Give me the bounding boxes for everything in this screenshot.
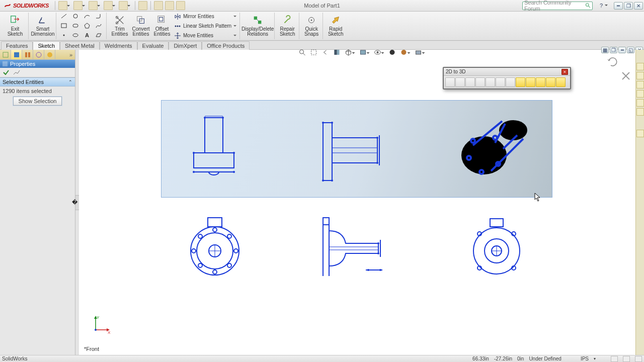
doc-min-button[interactable]: ━ — [618, 47, 626, 53]
tab-weldments[interactable]: Weldments — [100, 41, 137, 50]
repair-sketch-button[interactable]: Repair Sketch — [278, 13, 297, 39]
section-view-button[interactable] — [332, 48, 341, 57]
2d3d-align-button[interactable] — [536, 77, 545, 87]
taskpane-view-palette[interactable] — [636, 90, 644, 98]
status-btn-2[interactable] — [623, 356, 630, 362]
tab-office-products[interactable]: Office Products — [202, 41, 250, 50]
status-btn-1[interactable] — [611, 356, 618, 362]
prev-view-button[interactable] — [320, 48, 330, 57]
graphics-area[interactable]: ▦ ❐ ━ ◱ ✕ 2D to 3D × — [79, 50, 644, 355]
2d3d-left-button[interactable] — [475, 77, 485, 87]
show-selection-button[interactable]: Show Selection — [13, 97, 62, 106]
text-tool[interactable]: A — [83, 31, 92, 39]
polygon-tool[interactable] — [83, 22, 92, 30]
quick-snaps-button[interactable]: Quick Snaps — [302, 13, 320, 39]
toolbar-2d3d-header[interactable]: 2D to 3D × — [444, 68, 570, 76]
taskpane-design-library[interactable] — [636, 72, 644, 79]
pushpin-icon[interactable] — [13, 69, 21, 75]
fm-tab-property[interactable] — [11, 50, 22, 59]
taskpane-file-explorer[interactable] — [636, 81, 644, 88]
slot-tool[interactable] — [71, 22, 80, 30]
exit-sketch-button[interactable]: Exit Sketch — [4, 13, 26, 39]
doc-tile-button[interactable]: ▦ — [601, 47, 609, 53]
fm-tab-tree[interactable] — [0, 50, 11, 59]
circle-tool[interactable] — [71, 12, 80, 20]
display-delete-relations-button[interactable]: Display/Delete Relations — [243, 13, 272, 39]
help-menu[interactable]: ? — [597, 2, 606, 10]
fillet-tool[interactable] — [94, 12, 103, 20]
view-settings-button[interactable] — [414, 48, 423, 57]
qa-select[interactable] — [138, 1, 147, 10]
convert-entities-button[interactable]: Convert Entities — [130, 13, 152, 39]
taskpane-resources[interactable] — [636, 63, 644, 70]
taskpane-extra[interactable] — [636, 130, 644, 137]
fm-tab-config[interactable] — [22, 50, 33, 59]
trim-entities-button[interactable]: Trim Entities — [110, 13, 130, 39]
2d3d-repair-button[interactable] — [526, 77, 535, 87]
qa-print[interactable] — [104, 1, 113, 10]
rapid-sketch-button[interactable]: Rapid Sketch — [326, 13, 345, 39]
toolbar-2d-to-3d[interactable]: 2D to 3D × — [443, 67, 571, 89]
ellipse-tool[interactable] — [71, 31, 80, 39]
doc-cascade-button[interactable]: ❐ — [610, 47, 617, 53]
line-tool[interactable] — [59, 12, 68, 20]
fm-tabs-overflow[interactable]: » — [67, 50, 75, 59]
panel-splitter[interactable]: �⋮ — [75, 50, 79, 355]
2d3d-back-button[interactable] — [496, 77, 505, 87]
linear-pattern-button[interactable]: Linear Sketch Pattern — [174, 22, 237, 30]
view-orient-button[interactable] — [344, 48, 353, 57]
plane-tool[interactable] — [94, 31, 103, 39]
selected-entities-header[interactable]: Selected Entities ⌃ — [0, 77, 75, 86]
zoom-area-button[interactable] — [309, 48, 318, 57]
qa-options[interactable] — [165, 1, 174, 10]
2d3d-create-sketch-button[interactable] — [516, 77, 525, 87]
rotate-view-icon[interactable] — [606, 55, 620, 69]
search-input[interactable]: Search Community Forum — [522, 2, 593, 10]
smart-dimension-button[interactable]: Smart Dimension — [32, 13, 54, 39]
tab-sketch[interactable]: Sketch — [33, 41, 60, 50]
fm-tab-display[interactable] — [44, 50, 55, 59]
window-minimize-button[interactable]: ━ — [614, 2, 623, 10]
qa-appearance[interactable] — [176, 1, 185, 10]
zoom-fit-button[interactable] — [297, 48, 306, 57]
cancel-sketch-icon[interactable] — [620, 70, 632, 82]
status-units[interactable]: IPS — [581, 356, 589, 361]
window-restore-button[interactable]: ❐ — [624, 2, 633, 10]
status-btn-3[interactable] — [635, 356, 642, 362]
scene-button[interactable] — [399, 48, 408, 57]
2d3d-cut-button[interactable] — [556, 77, 566, 87]
toolbar-2d3d-close[interactable]: × — [561, 69, 568, 75]
2d3d-right-button[interactable] — [465, 77, 475, 87]
move-entities-button[interactable]: Move Entities — [174, 31, 237, 40]
point-tool[interactable] — [59, 31, 68, 39]
tab-features[interactable]: Features — [1, 41, 33, 50]
hide-show-button[interactable] — [373, 48, 382, 57]
status-units-chevron[interactable]: ▾ — [594, 356, 596, 361]
rect-tool[interactable] — [59, 22, 68, 30]
qa-open[interactable] — [73, 1, 83, 10]
2d3d-aux-button[interactable] — [506, 77, 515, 87]
arc-tool[interactable] — [83, 12, 92, 20]
collapse-icon[interactable]: ⌃ — [68, 79, 72, 84]
tab-evaluate[interactable]: Evaluate — [137, 41, 169, 50]
2d3d-extrude-button[interactable] — [546, 77, 555, 87]
window-close-button[interactable]: ✕ — [634, 2, 643, 10]
taskpane-appearances[interactable] — [636, 99, 644, 107]
appearance-sphere-button[interactable] — [387, 48, 396, 57]
2d3d-front-button[interactable] — [445, 77, 455, 87]
ok-icon[interactable] — [3, 69, 10, 76]
qa-new[interactable] — [58, 1, 67, 10]
2d3d-bottom-button[interactable] — [486, 77, 495, 87]
tab-dimxpert[interactable]: DimXpert — [169, 41, 202, 50]
mirror-entities-button[interactable]: Mirror Entities — [174, 12, 237, 21]
offset-entities-button[interactable]: Offset Entities — [152, 13, 172, 39]
display-style-button[interactable] — [358, 48, 367, 57]
qa-undo[interactable] — [119, 1, 128, 10]
taskpane-custom-props[interactable] — [636, 108, 644, 116]
spline-tool[interactable] — [94, 22, 103, 30]
doc-restore-button[interactable]: ◱ — [627, 47, 634, 53]
qa-save[interactable] — [89, 1, 98, 10]
fm-tab-dimx[interactable] — [33, 50, 44, 59]
2d3d-top-button[interactable] — [455, 77, 465, 87]
qa-rebuild[interactable] — [154, 1, 163, 10]
